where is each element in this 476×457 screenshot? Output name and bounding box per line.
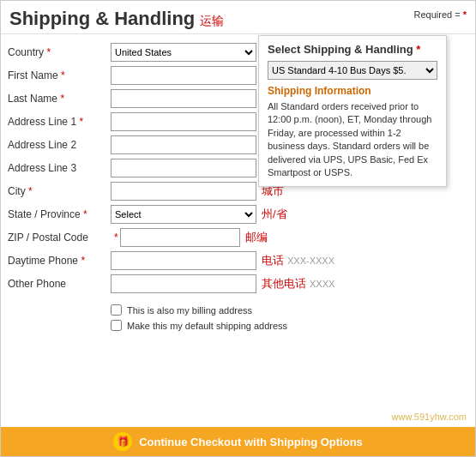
page-header: Shipping & Handling 运输 Required = *: [1, 1, 475, 34]
lastname-input[interactable]: [111, 89, 256, 108]
address2-input[interactable]: [111, 135, 256, 154]
firstname-input[interactable]: [111, 66, 256, 85]
phone-row: Daytime Phone * 电话 XXX-XXXX: [8, 251, 468, 270]
required-star: *: [463, 9, 467, 20]
required-label: Required =: [414, 9, 461, 20]
firstname-label: First Name *: [8, 69, 111, 81]
shipping-method-select[interactable]: US Standard 4-10 Bus Days $5.: [268, 61, 437, 80]
popup-info-title: Shipping Information: [268, 85, 437, 97]
title-text: Shipping & Handling: [9, 8, 195, 29]
phone-hint: XXX-XXXX: [287, 256, 334, 266]
billing-checkbox[interactable]: [111, 304, 122, 316]
other-phone-row: Other Phone 其他电话 XXXX: [8, 274, 468, 293]
state-row: State / Province * Select 州/省: [8, 205, 468, 224]
other-phone-hint: XXXX: [310, 279, 334, 289]
other-phone-input[interactable]: [111, 274, 256, 293]
continue-button[interactable]: Continue Checkout with Shipping Options: [139, 436, 363, 448]
zip-label: ZIP / Postal Code: [8, 232, 111, 244]
country-label: Country *: [8, 46, 111, 58]
state-select[interactable]: Select: [111, 205, 256, 224]
address1-label: Address Line 1 *: [8, 116, 111, 128]
state-chinese: 州/省: [262, 207, 287, 222]
zip-chinese: 邮编: [245, 230, 268, 245]
address1-input[interactable]: [111, 112, 256, 131]
popup-title: Select Shipping & Handling *: [268, 43, 437, 56]
page-title: Shipping & Handling 运输: [9, 8, 224, 30]
other-phone-label: Other Phone: [8, 278, 111, 290]
required-note: Required = *: [414, 8, 467, 20]
address2-label: Address Line 2: [8, 139, 111, 151]
footer-icon: 🎁: [113, 432, 132, 451]
default-checkbox-row: Make this my default shipping address: [8, 320, 468, 331]
zip-required-star: *: [114, 232, 118, 244]
zip-input[interactable]: [120, 228, 240, 247]
shipping-popup: Select Shipping & Handling * US Standard…: [258, 35, 447, 187]
billing-checkbox-row: This is also my billing address: [8, 304, 468, 316]
phone-input[interactable]: [111, 251, 256, 270]
default-label: Make this my default shipping address: [127, 321, 287, 331]
zip-row: ZIP / Postal Code * 邮编: [8, 228, 468, 247]
watermark: www.591yhw.com: [392, 412, 467, 422]
lastname-label: Last Name *: [8, 93, 111, 105]
phone-label: Daytime Phone *: [8, 255, 111, 267]
title-chinese: 运输: [200, 14, 224, 27]
city-input[interactable]: [111, 182, 256, 201]
footer-bar: 🎁 Continue Checkout with Shipping Option…: [1, 427, 475, 456]
address3-label: Address Line 3: [8, 162, 111, 174]
state-label: State / Province *: [8, 208, 111, 220]
default-checkbox[interactable]: [111, 320, 122, 331]
address3-input[interactable]: [111, 159, 256, 177]
country-select[interactable]: United States: [111, 43, 256, 62]
page-wrapper: Shipping & Handling 运输 Required = * Coun…: [0, 0, 476, 457]
popup-info-text: All Standard orders received prior to 12…: [268, 100, 437, 179]
other-phone-chinese: 其他电话: [262, 276, 306, 292]
phone-chinese: 电话: [262, 253, 284, 268]
billing-label: This is also my billing address: [127, 305, 252, 316]
city-label: City *: [8, 185, 111, 197]
